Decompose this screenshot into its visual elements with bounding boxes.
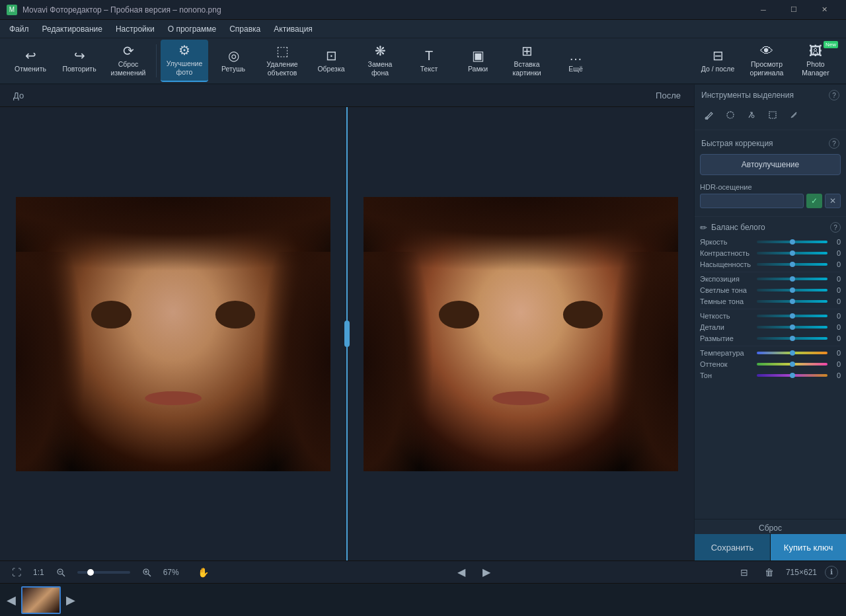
thumbnail-view-button[interactable]: ⊟ bbox=[736, 564, 753, 581]
fit-screen-button[interactable]: ⛶ bbox=[8, 564, 25, 581]
tint-slider[interactable] bbox=[757, 363, 827, 366]
title-left: M Movavi Фоторедактор – Пробная версия –… bbox=[7, 5, 221, 15]
shadows-slider[interactable] bbox=[757, 300, 827, 303]
insert-img-icon: ⊞ bbox=[521, 44, 533, 58]
divider-2 bbox=[695, 216, 846, 217]
undo-button[interactable]: ↩ Отменить bbox=[7, 40, 54, 82]
replace-bg-label: Замена фона bbox=[359, 60, 401, 77]
brush-select-icon bbox=[705, 110, 714, 120]
hdr-confirm-button[interactable]: ✓ bbox=[806, 194, 822, 208]
more-button[interactable]: … Ещё bbox=[552, 40, 599, 82]
quick-correction-help[interactable]: ? bbox=[829, 138, 839, 149]
hdr-bar[interactable] bbox=[700, 194, 804, 208]
contrast-slider[interactable] bbox=[757, 252, 827, 254]
zoom-ratio-button[interactable]: 1:1 bbox=[33, 568, 44, 577]
after-mouth bbox=[492, 391, 549, 405]
details-slider[interactable] bbox=[757, 326, 827, 328]
contrast-label: Контрастность bbox=[700, 249, 753, 257]
hdr-cancel-button[interactable]: ✕ bbox=[825, 194, 841, 208]
menu-settings[interactable]: Настройки bbox=[109, 22, 161, 36]
preview-button[interactable]: 👁 Просмотр оригинала bbox=[743, 40, 790, 82]
wb-icon: ✏ bbox=[700, 223, 707, 233]
sharpness-slider[interactable] bbox=[757, 315, 827, 317]
tone-slider[interactable] bbox=[757, 374, 827, 377]
blur-label: Размытие bbox=[700, 334, 753, 342]
redo-label: Повторить bbox=[62, 65, 96, 73]
menu-about[interactable]: О программе bbox=[161, 22, 223, 36]
enhance-label: Улучшение фото bbox=[163, 59, 206, 76]
remove-objects-button[interactable]: ⬚ Удаление объектов bbox=[258, 40, 306, 82]
retouch-button[interactable]: ◎ Ретушь bbox=[210, 40, 257, 82]
brightness-value: 0 bbox=[831, 238, 841, 246]
white-balance-label: Баланс белого bbox=[711, 223, 765, 232]
toolbar-separator-1 bbox=[156, 44, 157, 77]
prev-image-button[interactable]: ◀ bbox=[453, 564, 470, 581]
reset-icon: ⟳ bbox=[123, 44, 134, 58]
delete-button[interactable]: 🗑 bbox=[761, 564, 778, 581]
sharpness-thumb bbox=[790, 313, 795, 319]
divider-1 bbox=[695, 130, 846, 130]
save-button[interactable]: Сохранить bbox=[695, 534, 771, 560]
erase-select-icon bbox=[789, 110, 798, 120]
after-hair-right bbox=[609, 252, 678, 471]
crop-button[interactable]: ⊡ Обрезка bbox=[307, 40, 355, 82]
minimize-button[interactable]: ─ bbox=[748, 0, 779, 20]
filmstrip-prev-button[interactable]: ◀ bbox=[7, 593, 16, 607]
white-balance-help[interactable]: ? bbox=[830, 222, 841, 233]
pan-tool[interactable]: ✋ bbox=[195, 564, 212, 581]
highlights-slider[interactable] bbox=[757, 289, 827, 291]
photo-manager-button[interactable]: 🖼 Photo Manager New bbox=[792, 40, 839, 82]
rect-select-tool[interactable] bbox=[763, 106, 782, 124]
highlights-thumb bbox=[790, 288, 795, 293]
exposure-slider[interactable] bbox=[757, 278, 827, 280]
enhance-button[interactable]: ⚙ Улучшение фото bbox=[161, 40, 208, 82]
selection-tools-help[interactable]: ? bbox=[829, 90, 839, 100]
filmstrip-next-button[interactable]: ▶ bbox=[66, 593, 75, 607]
image-dimensions: 715×621 bbox=[786, 568, 817, 577]
magic-select-tool[interactable] bbox=[742, 106, 761, 124]
zoom-slider[interactable] bbox=[77, 571, 130, 574]
filmstrip-thumb-1[interactable] bbox=[21, 586, 61, 614]
temperature-slider[interactable] bbox=[757, 352, 827, 354]
replace-bg-button[interactable]: ❋ Замена фона bbox=[356, 40, 404, 82]
info-button[interactable]: ℹ bbox=[825, 566, 838, 579]
magic-select-icon bbox=[747, 110, 756, 120]
blur-slider[interactable] bbox=[757, 337, 827, 340]
after-panel bbox=[348, 107, 694, 560]
after-hair-left bbox=[364, 252, 433, 471]
saturation-slider[interactable] bbox=[757, 263, 827, 266]
statusbar: ⛶ 1:1 67% ✋ ◀ ▶ ⊟ 🗑 715×621 ℹ bbox=[0, 560, 846, 583]
next-image-button[interactable]: ▶ bbox=[478, 564, 495, 581]
brush-select-tool[interactable] bbox=[700, 106, 718, 124]
erase-select-tool[interactable] bbox=[785, 106, 803, 124]
menu-help[interactable]: Справка bbox=[223, 22, 267, 36]
window-controls: ─ ☐ ✕ bbox=[748, 0, 839, 20]
insert-img-label: Вставка картинки bbox=[506, 60, 548, 77]
buy-key-button[interactable]: Купить ключ bbox=[771, 534, 846, 560]
after-right-eye bbox=[563, 301, 603, 328]
zoom-in-button[interactable] bbox=[138, 564, 155, 581]
menu-edit[interactable]: Редактирование bbox=[36, 22, 109, 36]
divider-3 bbox=[700, 272, 841, 272]
auto-enhance-button[interactable]: Автоулучшение bbox=[700, 154, 841, 175]
before-eyes bbox=[82, 301, 264, 328]
text-button[interactable]: T Текст bbox=[405, 40, 453, 82]
preview-icon: 👁 bbox=[760, 44, 773, 58]
maximize-button[interactable]: ☐ bbox=[779, 0, 809, 20]
menu-activate[interactable]: Активация bbox=[267, 22, 319, 36]
tint-row: Оттенок 0 bbox=[700, 360, 841, 368]
before-after-button[interactable]: ⊟ До / после bbox=[694, 40, 742, 82]
reset-button[interactable]: ⟳ Сброс изменений bbox=[104, 40, 152, 82]
frames-button[interactable]: ▣ Рамки bbox=[454, 40, 502, 82]
tint-thumb bbox=[790, 362, 795, 367]
zoom-out-button[interactable] bbox=[52, 564, 69, 581]
close-button[interactable]: ✕ bbox=[809, 0, 839, 20]
menu-file[interactable]: Файл bbox=[3, 22, 36, 36]
split-divider[interactable] bbox=[346, 107, 348, 560]
brightness-slider[interactable] bbox=[757, 241, 827, 243]
insert-img-button[interactable]: ⊞ Вставка картинки bbox=[503, 40, 551, 82]
redo-button[interactable]: ↪ Повторить bbox=[56, 40, 103, 82]
blur-thumb bbox=[790, 336, 795, 341]
lasso-select-tool[interactable] bbox=[721, 106, 740, 124]
brightness-label: Яркость bbox=[700, 238, 753, 246]
